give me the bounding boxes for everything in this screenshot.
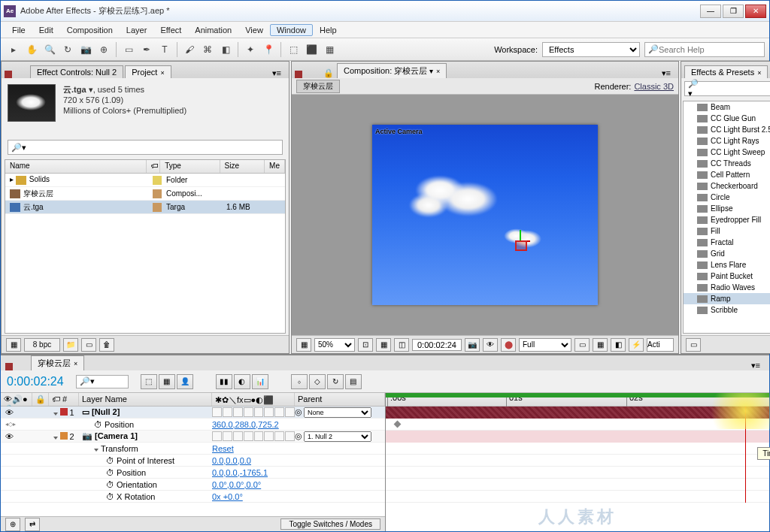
- effect-item[interactable]: Grid: [684, 248, 770, 259]
- menu-animation[interactable]: Animation: [188, 24, 238, 36]
- parent-select[interactable]: None: [304, 407, 371, 418]
- puppet-tool[interactable]: 📍: [260, 41, 277, 58]
- composition-viewport[interactable]: Active Camera: [292, 95, 678, 335]
- text-tool[interactable]: T: [156, 41, 173, 58]
- switch[interactable]: [233, 407, 243, 417]
- col-size[interactable]: Size: [220, 160, 265, 173]
- project-item[interactable]: 云.tgaTarga1.6 MB: [5, 201, 285, 214]
- grid-guides-icon[interactable]: ▦: [593, 338, 608, 352]
- label-swatch[interactable]: [153, 176, 162, 185]
- menu-effect[interactable]: Effect: [153, 24, 188, 36]
- switch[interactable]: [285, 407, 295, 417]
- rotate-tool[interactable]: ↻: [59, 41, 76, 58]
- property-value[interactable]: 0.0°,0.0°,0.0°: [212, 480, 261, 489]
- expand-icon[interactable]: [53, 437, 58, 440]
- renderer-value[interactable]: Classic 3D: [634, 82, 674, 91]
- new-comp-icon[interactable]: ▭: [81, 338, 96, 352]
- resolution-select[interactable]: Full: [519, 338, 571, 352]
- auto-keyframe-icon[interactable]: ◇: [309, 374, 326, 389]
- switch[interactable]: [264, 407, 274, 417]
- effect-item[interactable]: CC Light Sweep: [684, 147, 770, 158]
- timeline-timecode[interactable]: 0:00:02:24: [7, 375, 64, 388]
- toggle-switches-modes-button[interactable]: Toggle Switches / Modes: [280, 518, 380, 530]
- switch[interactable]: [244, 407, 253, 417]
- expand-icon[interactable]: ⊕: [5, 518, 20, 531]
- active-camera-select[interactable]: [647, 338, 674, 352]
- switch[interactable]: [212, 407, 222, 417]
- effect-item[interactable]: Scribble: [684, 304, 770, 316]
- timeline-property-row[interactable]: ⏱ Orientation0.0°,0.0°,0.0°: [1, 479, 385, 491]
- color-mgmt-icon[interactable]: ⬤: [501, 338, 516, 352]
- timeline-layer-row[interactable]: 👁 1▭ [Null 2]◎ None: [1, 407, 385, 419]
- effect-item[interactable]: Beam: [684, 101, 770, 113]
- project-search[interactable]: 🔎▾: [8, 140, 283, 155]
- effects-search[interactable]: 🔎▾: [684, 81, 770, 96]
- tab-project[interactable]: Project×: [125, 65, 171, 78]
- fast-preview-icon[interactable]: ⚡: [629, 338, 644, 352]
- effect-controls-indicator[interactable]: [5, 71, 12, 78]
- switch[interactable]: [212, 431, 222, 441]
- tab-timeline[interactable]: 穿梭云层×: [31, 355, 84, 370]
- effect-item[interactable]: Lens Flare: [684, 259, 770, 271]
- brush-tool[interactable]: 🖌: [181, 41, 198, 58]
- parent-select[interactable]: 1. Null 2: [304, 431, 371, 442]
- stamp-tool[interactable]: ⌘: [199, 41, 216, 58]
- effect-item[interactable]: CC Light Burst 2.5: [684, 124, 770, 135]
- layer-bar[interactable]: [386, 407, 769, 419]
- menu-file[interactable]: File: [5, 24, 32, 36]
- effect-item[interactable]: Paint Bucket: [684, 271, 770, 282]
- ge-set-icon[interactable]: ▤: [345, 374, 362, 389]
- switch[interactable]: [223, 431, 232, 441]
- project-item[interactable]: 穿梭云层Composi...: [5, 187, 285, 201]
- transparency-grid-icon[interactable]: ▦: [376, 338, 391, 352]
- effect-item[interactable]: Circle: [684, 192, 770, 203]
- col-index[interactable]: 🏷 #: [49, 393, 79, 406]
- close-icon[interactable]: ×: [757, 69, 761, 77]
- mask-icon[interactable]: ◫: [394, 338, 409, 352]
- brainstorm-icon[interactable]: ⬨: [291, 374, 308, 389]
- switch[interactable]: [285, 431, 295, 441]
- layer-bar[interactable]: [386, 431, 769, 443]
- effect-item[interactable]: Cell Pattern: [684, 169, 770, 180]
- switch[interactable]: [233, 431, 243, 441]
- switch[interactable]: [244, 431, 253, 441]
- effect-item[interactable]: Ramp: [684, 293, 770, 304]
- keyframe-icon[interactable]: [394, 421, 402, 428]
- roi-icon[interactable]: ▭: [574, 338, 590, 352]
- expand-icon[interactable]: [94, 449, 99, 452]
- maximize-button[interactable]: ❐: [723, 5, 744, 18]
- toggle-switches-icon[interactable]: ⇄: [25, 518, 40, 531]
- effect-item[interactable]: Radio Waves: [684, 282, 770, 293]
- camera-tool[interactable]: 📷: [77, 41, 94, 58]
- property-value[interactable]: 0.0,0.0,-1765.1: [212, 468, 268, 477]
- property-value[interactable]: Reset: [212, 444, 234, 453]
- resolution-icon[interactable]: ⊡: [358, 338, 373, 352]
- timeline-layer-row[interactable]: 👁 2📷 [Camera 1]◎ 1. Null 2: [1, 431, 385, 443]
- eraser-tool[interactable]: ◧: [217, 41, 234, 58]
- menu-composition[interactable]: Composition: [60, 24, 120, 36]
- bpc-button[interactable]: 8 bpc: [24, 338, 60, 352]
- effect-item[interactable]: Ellipse: [684, 203, 770, 214]
- show-channel-icon[interactable]: 👁: [483, 338, 498, 352]
- menu-layer[interactable]: Layer: [120, 24, 154, 36]
- expand-icon[interactable]: [53, 413, 58, 416]
- switch[interactable]: [264, 431, 274, 441]
- col-me[interactable]: Me: [265, 160, 285, 173]
- local-axis-icon[interactable]: ⬚: [285, 41, 302, 58]
- new-bin-icon[interactable]: ▭: [686, 338, 701, 352]
- menu-view[interactable]: View: [238, 24, 270, 36]
- pixel-aspect-icon[interactable]: ◧: [611, 338, 626, 352]
- effect-item[interactable]: Fill: [684, 225, 770, 237]
- timeline-property-row[interactable]: TransformReset: [1, 443, 385, 455]
- close-icon[interactable]: ×: [436, 68, 440, 75]
- close-button[interactable]: ✕: [745, 5, 766, 18]
- switch[interactable]: [223, 407, 232, 417]
- panel-menu-icon[interactable]: ▾≡: [657, 68, 675, 78]
- timeline-property-row[interactable]: ⏱ X Rotation0x +0.0°: [1, 491, 385, 503]
- effect-item[interactable]: Fractal: [684, 237, 770, 248]
- tab-composition[interactable]: Composition: 穿梭云层 ▾×: [337, 63, 447, 78]
- col-label-icon[interactable]: 🏷: [147, 160, 160, 173]
- label-swatch[interactable]: [153, 189, 162, 198]
- grid-icon[interactable]: ▦: [296, 338, 311, 352]
- playhead[interactable]: [745, 407, 746, 503]
